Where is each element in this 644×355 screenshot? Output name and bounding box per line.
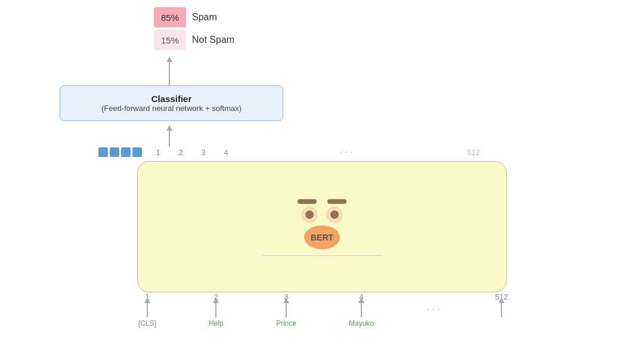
bert-eyes: [301, 206, 343, 223]
token-prince: Prince: [276, 319, 296, 328]
bert-label: BERT: [311, 233, 333, 242]
token-block-4: [132, 147, 142, 157]
bottom-arrow-1: 1 [CLS]: [138, 292, 156, 328]
output-section: 85% Spam 15% Not Spam: [154, 7, 234, 53]
arrow-head-3: [283, 298, 289, 303]
arrow-classifier-to-output: [169, 61, 170, 85]
bottom-dots-area: ···: [426, 303, 442, 316]
bert-divider-line: [262, 255, 382, 256]
bert-left-eyebrow: [298, 199, 317, 204]
arrow-line-3: [286, 302, 287, 317]
token-mayuko: Mayuko: [349, 319, 374, 328]
bert-right-eye-outer: [326, 206, 343, 223]
bert-left-eye-inner: [305, 211, 314, 219]
classifier-subtitle: (Feed-forward neural network + softmax): [101, 104, 242, 113]
notspam-label: Not Spam: [192, 35, 234, 45]
arrow-line-1: [147, 302, 148, 317]
token-dots: ···: [237, 147, 457, 158]
bottom-arrow-4: 4 Mayuko: [349, 292, 374, 328]
token-block-3: [121, 147, 131, 157]
token-num-2: 2: [169, 148, 192, 157]
bert-box: BERT: [137, 161, 507, 292]
spam-label: Spam: [192, 12, 217, 23]
token-num-4: 4: [215, 148, 237, 157]
arrow-line-2: [215, 302, 216, 317]
bottom-arrow-2: 2 Help: [209, 292, 224, 328]
token-num-512: 512: [457, 148, 480, 157]
token-help: Help: [209, 319, 224, 328]
classifier-box: Classifier (Feed-forward neural network …: [60, 85, 283, 121]
bert-right-eyebrow: [327, 199, 346, 204]
token-num-3: 3: [192, 148, 215, 157]
notspam-percentage: 15%: [154, 30, 186, 50]
classifier-title: Classifier: [151, 94, 192, 104]
diagram-container: 85% Spam 15% Not Spam Classifier (Feed-f…: [0, 0, 644, 355]
bottom-dots: ···: [426, 303, 442, 316]
token-indicator-row: 1 2 3 4 ··· 512: [98, 147, 480, 158]
bert-eyebrows: [298, 199, 346, 204]
arrow-bert-to-classifier: [169, 130, 170, 147]
bottom-arrow-512: 512: [495, 292, 508, 317]
arrow-line-512: [501, 302, 502, 317]
token-block-2: [110, 147, 119, 157]
arrow-line-4: [361, 302, 362, 317]
notspam-output-box: 15% Not Spam: [154, 30, 234, 50]
arrow-head-4: [358, 298, 364, 303]
arrow-head-512: [499, 298, 504, 303]
spam-percentage: 85%: [154, 7, 186, 27]
bert-character: BERT: [298, 199, 346, 249]
arrow-head-2: [213, 298, 219, 303]
token-cls: [CLS]: [138, 319, 156, 328]
bert-left-eye-outer: [301, 206, 318, 223]
spam-output-box: 85% Spam: [154, 7, 234, 27]
arrow-head-1: [144, 298, 150, 303]
bottom-arrow-3: 3 Prince: [276, 292, 296, 328]
bottom-arrows-container: 1 [CLS] 2 Help 3 Prince 4: [138, 292, 508, 328]
token-block-1: [98, 147, 108, 157]
bert-right-eye-inner: [330, 211, 339, 219]
token-blue-blocks: [98, 147, 142, 157]
token-num-1: 1: [147, 148, 169, 157]
bert-nose-beak: BERT: [304, 226, 340, 249]
